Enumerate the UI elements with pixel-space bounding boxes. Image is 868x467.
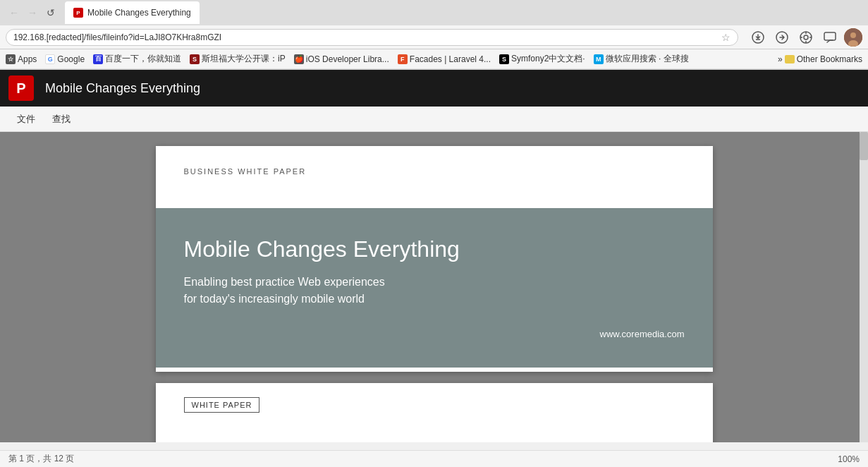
address-bar[interactable]: 192.168.[redacted]/files/fileinfo?id=LaJ…	[6, 29, 738, 46]
share-button[interactable]	[772, 28, 792, 47]
chat-icon	[824, 31, 836, 44]
bookmark-microsoft[interactable]: M 微软应用搜索 · 全球搜	[594, 53, 689, 65]
active-tab[interactable]: P Mobile Changes Everything	[65, 1, 200, 24]
bookmark-microsoft-label: 微软应用搜索 · 全球搜	[606, 53, 689, 65]
more-bookmarks: » Other Bookmarks	[778, 54, 862, 64]
hero-url: www.coremedia.com	[184, 329, 685, 339]
other-bookmarks-label[interactable]: Other Bookmarks	[797, 54, 862, 64]
baidu-icon: 百	[93, 54, 103, 64]
bookmark-baidu[interactable]: 百 百度一下，你就知道	[93, 53, 181, 65]
hero-title: Mobile Changes Everything	[184, 236, 685, 262]
microsoft-icon: M	[594, 54, 604, 64]
bookmark-star-icon[interactable]: ☆	[721, 32, 731, 43]
app-logo: P	[8, 75, 34, 101]
hero-section: Mobile Changes Everything Enabling best …	[156, 208, 713, 368]
find-button[interactable]: 查找	[44, 110, 79, 128]
tab-favicon-letter: P	[76, 10, 80, 16]
hero-subtitle-line2: for today's increasingly mobile world	[184, 293, 365, 305]
tab-bar: ← → ↺ P Mobile Changes Everything	[0, 0, 868, 25]
browser-action-icons	[748, 28, 862, 47]
symfony-icon: S	[499, 54, 509, 64]
bookmark-stanford-label: 斯坦福大学公开课：iP	[202, 53, 286, 65]
pdf-viewer: BUSINESS WHITE PAPER Mobile Changes Ever…	[0, 132, 868, 442]
avatar-image	[844, 28, 862, 47]
apple-icon: 🍎	[294, 54, 304, 64]
svg-rect-9	[824, 32, 836, 40]
browser-chrome: ← → ↺ P Mobile Changes Everything 192.16…	[0, 0, 868, 70]
bookmark-facades[interactable]: F Facades | Laravel 4...	[398, 54, 491, 64]
app-logo-letter: P	[16, 80, 25, 97]
user-avatar[interactable]	[844, 28, 862, 47]
download-icon	[752, 31, 764, 44]
page-info: 第 1 页，共 12 页	[8, 453, 74, 465]
page1-header: BUSINESS WHITE PAPER	[156, 146, 713, 208]
pdf-page-1: BUSINESS WHITE PAPER Mobile Changes Ever…	[156, 146, 713, 372]
chat-button[interactable]	[820, 28, 840, 47]
url-text: 192.168.[redacted]/files/fileinfo?id=LaJ…	[13, 32, 721, 42]
zoom-level: 100%	[838, 454, 860, 464]
forward-button[interactable]: →	[24, 4, 41, 21]
bookmark-baidu-label: 百度一下，你就知道	[105, 53, 181, 65]
facades-icon: F	[398, 54, 408, 64]
scrollbar-track	[860, 132, 868, 442]
address-bar-row: 192.168.[redacted]/files/fileinfo?id=LaJ…	[0, 25, 868, 49]
pdf-page-2: WHITE PAPER	[156, 383, 713, 442]
svg-point-4	[804, 35, 808, 40]
app-toolbar: P Mobile Changes Everything	[0, 70, 868, 107]
tab-favicon: P	[73, 8, 83, 18]
hero-subtitle-line1: Enabling best practice Web experiences	[184, 276, 385, 288]
back-button[interactable]: ←	[6, 4, 23, 21]
status-bar: 第 1 页，共 12 页 100%	[0, 450, 868, 467]
bookmarks-folder-icon	[785, 55, 795, 63]
bookmark-facades-label: Facades | Laravel 4...	[410, 54, 491, 64]
bookmarks-bar: ☆ Apps G Google 百 百度一下，你就知道 S 斯坦福大学公开课：i…	[0, 49, 868, 69]
doc-toolbar: 文件 查找	[0, 107, 868, 132]
bookmark-google[interactable]: G Google	[45, 54, 85, 64]
tab-title: Mobile Changes Everything	[87, 8, 191, 18]
bookmark-apps[interactable]: ☆ Apps	[6, 54, 37, 64]
white-paper-badge: WHITE PAPER	[184, 397, 260, 413]
stanford-icon: S	[190, 54, 200, 64]
nav-buttons: ← → ↺	[6, 4, 59, 21]
page2-content: WHITE PAPER	[156, 383, 713, 427]
file-button[interactable]: 文件	[8, 110, 44, 128]
bookmark-stanford[interactable]: S 斯坦福大学公开课：iP	[190, 53, 286, 65]
bookmark-symfony-label: Symfony2中文文档·	[511, 53, 585, 65]
apps-icon: ☆	[6, 54, 16, 64]
hero-subtitle: Enabling best practice Web experiences f…	[184, 274, 685, 308]
bookmark-apple-label: iOS Developer Libra...	[306, 54, 389, 64]
share-icon	[776, 31, 788, 44]
more-icon[interactable]: »	[778, 54, 783, 64]
app-title: Mobile Changes Everything	[45, 81, 200, 96]
bookmark-google-label: Google	[57, 54, 85, 64]
bookmark-apps-label: Apps	[18, 54, 37, 64]
bookmark-apple[interactable]: 🍎 iOS Developer Libra...	[294, 54, 389, 64]
google-icon: G	[45, 54, 55, 64]
business-white-paper-label: BUSINESS WHITE PAPER	[184, 167, 685, 176]
reload-button[interactable]: ↺	[42, 4, 59, 21]
settings-button[interactable]	[796, 28, 816, 47]
bookmark-symfony[interactable]: S Symfony2中文文档·	[499, 53, 585, 65]
settings-icon	[800, 31, 812, 44]
scrollbar-thumb[interactable]	[860, 132, 868, 160]
svg-point-11	[850, 32, 856, 38]
download-button[interactable]	[748, 28, 768, 47]
